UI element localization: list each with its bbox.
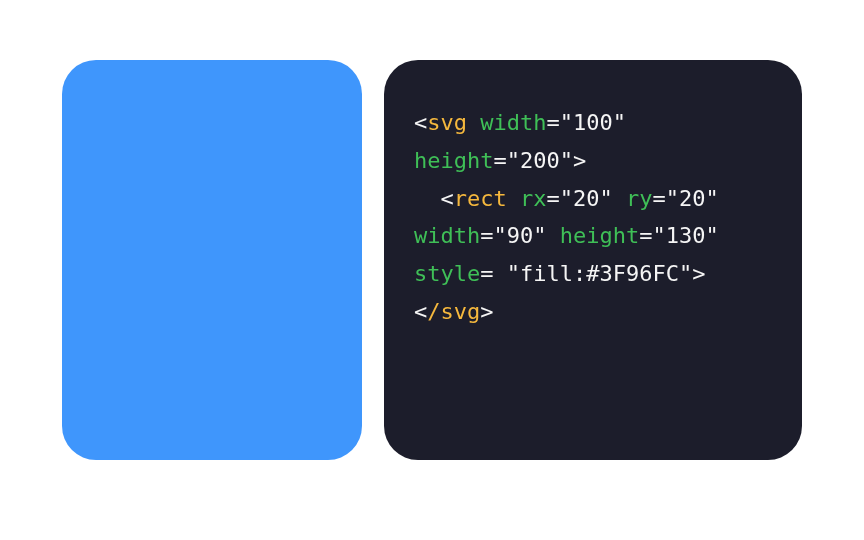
val-rect-height: 130	[666, 223, 706, 248]
val-ry: 20	[679, 186, 706, 211]
code-block: <svg width="100" height="200"> <rect rx=…	[414, 104, 772, 331]
attr-height: height	[414, 148, 493, 173]
svg-open-tag: svg	[427, 110, 467, 135]
val-rect-width: 90	[507, 223, 534, 248]
attr-rx: rx	[520, 186, 547, 211]
code-panel: <svg width="100" height="200"> <rect rx=…	[384, 60, 802, 460]
svg-preview-panel	[62, 60, 362, 460]
attr-rect-width: width	[414, 223, 480, 248]
rect-tag: rect	[454, 186, 507, 211]
attr-rect-height: height	[560, 223, 639, 248]
attr-ry: ry	[626, 186, 653, 211]
val-style: fill:#3F96FC	[520, 261, 679, 286]
val-svg-width: 100	[573, 110, 613, 135]
svg-close-tag: /svg	[427, 299, 480, 324]
indent	[414, 186, 441, 211]
open-bracket: <	[414, 110, 427, 135]
attr-style: style	[414, 261, 480, 286]
attr-width: width	[480, 110, 546, 135]
val-rx: 20	[573, 186, 600, 211]
val-svg-height: 200	[520, 148, 560, 173]
